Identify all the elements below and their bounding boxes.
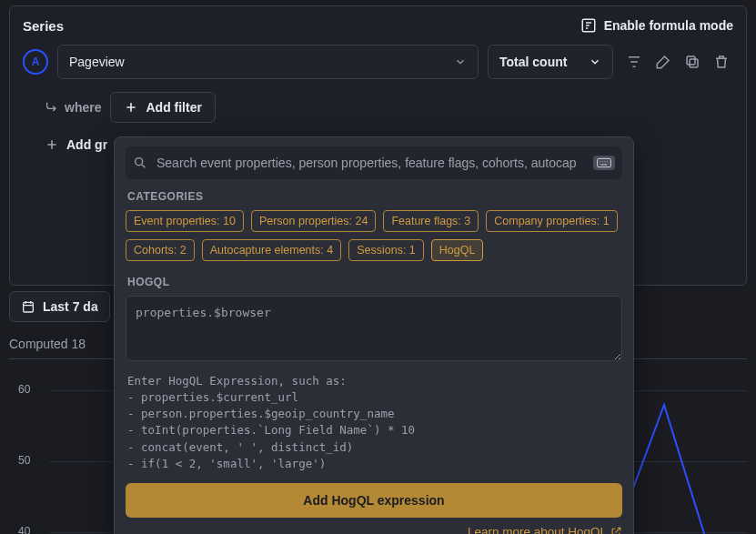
search-input[interactable] <box>155 155 586 171</box>
arrow-subdir-icon <box>45 100 59 115</box>
category-chip-sessions[interactable]: Sessions: 1 <box>348 239 424 261</box>
hogql-hint: Enter HogQL Expression, such as: - prope… <box>127 373 620 472</box>
y-tick-50: 50 <box>18 454 30 467</box>
y-tick-60: 60 <box>18 383 30 396</box>
search-wrap <box>126 146 622 179</box>
edit-icon-button[interactable] <box>651 50 675 74</box>
external-link-icon <box>610 526 622 534</box>
add-filter-button[interactable]: Add filter <box>110 92 215 123</box>
category-chip-cohorts[interactable]: Cohorts: 2 <box>126 239 195 261</box>
filter-icon-button[interactable] <box>622 50 646 74</box>
learn-more-link[interactable]: Learn more about HogQL <box>468 525 622 534</box>
series-header: Series Enable formula mode <box>23 17 733 34</box>
event-select[interactable]: Pageview <box>57 45 479 79</box>
category-chip-hogql[interactable]: HogQL <box>431 239 484 261</box>
aggregation-value: Total count <box>499 55 567 69</box>
plus-icon <box>124 100 138 115</box>
property-filter-popup: CATEGORIES Event properties: 10Person pr… <box>114 136 634 534</box>
svg-rect-5 <box>598 158 611 166</box>
svg-rect-1 <box>690 59 698 67</box>
series-badge-a: A <box>23 49 48 75</box>
category-chip-feature-flags[interactable]: Feature flags: 3 <box>383 210 479 232</box>
formula-icon <box>580 17 597 34</box>
add-filter-label: Add filter <box>146 100 201 115</box>
where-row: where Add filter <box>45 92 733 123</box>
calendar-icon <box>21 299 35 314</box>
category-chip-company-properties[interactable]: Company properties: 1 <box>486 210 617 232</box>
hogql-section-label: HOGQL <box>127 276 620 288</box>
category-chip-person-properties[interactable]: Person properties: 24 <box>251 210 377 232</box>
categories-label: CATEGORIES <box>127 190 620 203</box>
hogql-input[interactable] <box>126 296 622 361</box>
series-actions <box>622 50 733 74</box>
chevron-down-icon <box>454 55 467 68</box>
category-chips: Event properties: 10Person properties: 2… <box>126 210 622 261</box>
svg-point-4 <box>136 158 143 166</box>
date-range-button[interactable]: Last 7 da <box>9 291 110 322</box>
formula-label: Enable formula mode <box>604 18 733 33</box>
keyboard-icon <box>593 156 615 170</box>
enable-formula-mode-button[interactable]: Enable formula mode <box>580 17 733 34</box>
search-icon <box>133 156 147 170</box>
svg-rect-2 <box>687 56 695 65</box>
add-hogql-expression-button[interactable]: Add HogQL expression <box>126 483 622 518</box>
chevron-down-icon <box>589 55 601 68</box>
series-title: Series <box>23 18 64 34</box>
add-group-label: Add gr <box>66 137 107 152</box>
event-select-value: Pageview <box>69 55 125 69</box>
category-chip-autocapture-elements[interactable]: Autocapture elements: 4 <box>202 239 342 261</box>
category-chip-event-properties[interactable]: Event properties: 10 <box>126 210 244 232</box>
plus-icon <box>45 137 59 152</box>
delete-icon-button[interactable] <box>710 50 733 74</box>
aggregation-select[interactable]: Total count <box>488 45 613 79</box>
y-tick-40: 40 <box>18 525 30 534</box>
series-row: A Pageview Total count <box>23 45 733 79</box>
copy-icon-button[interactable] <box>680 50 704 74</box>
date-range-value: Last 7 da <box>43 299 98 314</box>
svg-rect-3 <box>24 302 34 312</box>
where-label: where <box>45 100 101 115</box>
